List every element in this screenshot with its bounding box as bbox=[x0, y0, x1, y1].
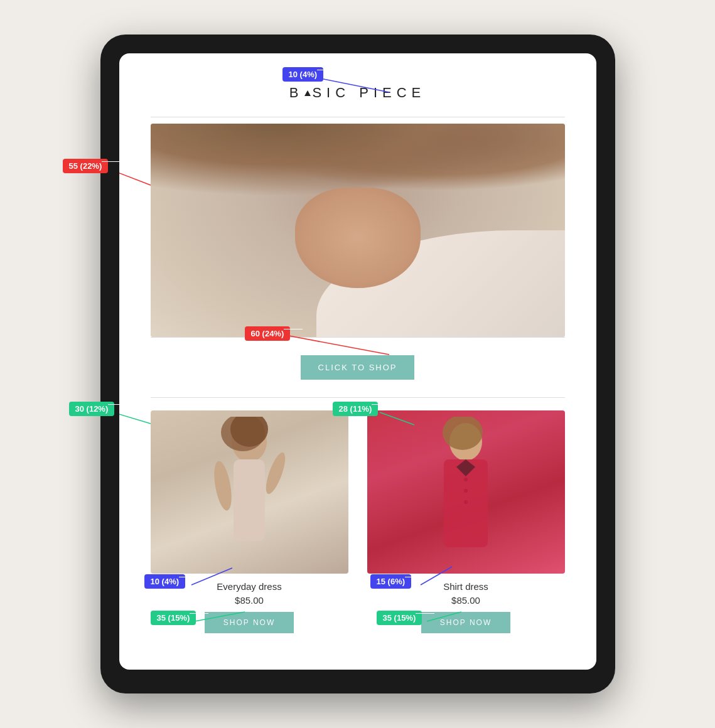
hero-bottom-divider bbox=[151, 337, 565, 338]
product-image-2 bbox=[367, 410, 565, 574]
cta-area: CLICK TO SHOP bbox=[151, 344, 565, 391]
product-image-bg-2 bbox=[367, 410, 565, 574]
svg-point-20 bbox=[464, 489, 468, 493]
badge-product1-bottom: 35 (15%) bbox=[151, 611, 196, 625]
logo-b: B bbox=[289, 85, 304, 101]
tablet-frame: 10 (4%) 55 (22%) 60 (24%) 30 (12%) 28 (1… bbox=[100, 35, 615, 693]
badge-product2-bottom: 35 (15%) bbox=[377, 611, 422, 625]
product-grid: Everyday dress $85.00 SHOP NOW bbox=[151, 404, 565, 645]
badge-mid-hero: 60 (24%) bbox=[245, 326, 291, 341]
logo-area: B SIC PIECE bbox=[151, 72, 565, 110]
product-price-2: $85.00 bbox=[367, 595, 565, 606]
product-price-1: $85.00 bbox=[151, 595, 348, 606]
hero-image bbox=[151, 124, 565, 337]
logo: B SIC PIECE bbox=[151, 85, 565, 101]
header-divider bbox=[151, 117, 565, 117]
svg-rect-12 bbox=[234, 459, 265, 541]
badge-product1-top: 10 (4%) bbox=[144, 574, 186, 589]
click-to-shop-button[interactable]: CLICK TO SHOP bbox=[301, 355, 415, 380]
badge-mid-products: 28 (11%) bbox=[333, 402, 379, 416]
dress-figure bbox=[151, 410, 348, 574]
dress-svg bbox=[199, 417, 299, 567]
shop-now-button-1[interactable]: SHOP NOW bbox=[205, 612, 294, 633]
svg-point-21 bbox=[464, 500, 468, 504]
svg-point-19 bbox=[464, 478, 468, 481]
product-image-1 bbox=[151, 410, 348, 574]
tablet-screen: 10 (4%) 55 (22%) 60 (24%) 30 (12%) 28 (1… bbox=[119, 53, 596, 670]
badge-left-products: 30 (12%) bbox=[69, 402, 115, 416]
product-card-2: Shirt dress $85.00 SHOP NOW bbox=[367, 410, 565, 638]
badge-top-center: 10 (4%) bbox=[282, 67, 324, 82]
svg-point-13 bbox=[211, 460, 235, 512]
product-image-bg-1 bbox=[151, 410, 348, 574]
shop-now-button-2[interactable]: SHOP NOW bbox=[421, 612, 510, 633]
hero-face bbox=[295, 188, 421, 288]
badge-product2-top: 15 (6%) bbox=[370, 574, 412, 589]
shirt-dress-figure bbox=[367, 410, 565, 574]
shirt-dress-svg bbox=[416, 417, 516, 567]
svg-line-3 bbox=[119, 412, 151, 424]
svg-point-14 bbox=[262, 451, 289, 496]
badge-left-hero: 55 (22%) bbox=[63, 159, 109, 173]
logo-rest: SIC PIECE bbox=[312, 85, 426, 101]
logo-triangle-icon bbox=[304, 90, 311, 96]
product-card-1: Everyday dress $85.00 SHOP NOW bbox=[151, 410, 348, 638]
svg-line-1 bbox=[119, 168, 151, 185]
products-top-divider bbox=[151, 397, 565, 398]
